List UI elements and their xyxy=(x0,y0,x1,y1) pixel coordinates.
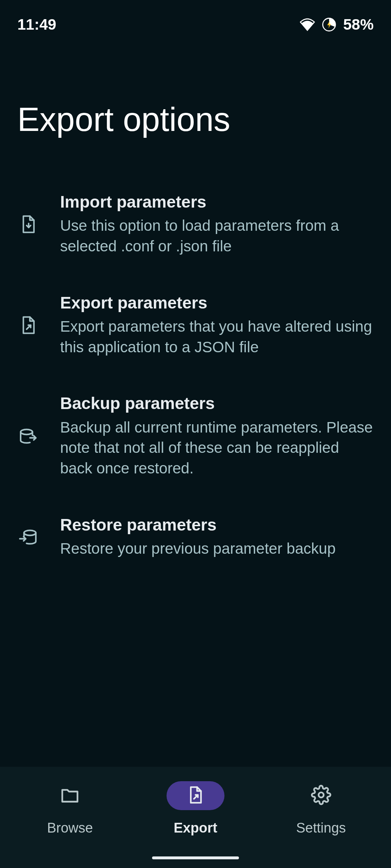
wifi-icon xyxy=(300,17,315,32)
option-export-parameters[interactable]: Export parameters Export parameters that… xyxy=(0,275,391,376)
battery-charging-icon xyxy=(321,17,337,32)
option-desc: Use this option to load parameters from … xyxy=(60,216,374,256)
nav-icon-wrap xyxy=(292,781,350,810)
gear-icon xyxy=(311,785,331,807)
option-title: Restore parameters xyxy=(60,515,336,535)
database-import-icon xyxy=(17,527,39,547)
option-title: Import parameters xyxy=(60,192,374,212)
svg-point-3 xyxy=(319,792,324,797)
options-list: Import parameters Use this option to loa… xyxy=(0,174,391,577)
file-export-icon xyxy=(17,315,39,335)
nav-label: Settings xyxy=(296,820,346,836)
option-desc: Restore your previous parameter backup xyxy=(60,539,336,559)
status-time: 11:49 xyxy=(17,16,56,33)
nav-icon-wrap xyxy=(167,781,224,810)
nav-settings[interactable]: Settings xyxy=(258,781,384,836)
option-restore-parameters[interactable]: Restore parameters Restore your previous… xyxy=(0,497,391,577)
page-title: Export options xyxy=(0,36,391,174)
option-text: Restore parameters Restore your previous… xyxy=(60,515,336,559)
file-import-icon xyxy=(17,214,39,234)
bottom-nav: Browse Export Settings xyxy=(0,767,391,868)
option-desc: Backup all current runtime parameters. P… xyxy=(60,417,374,479)
file-export-icon xyxy=(186,786,205,806)
status-bar: 11:49 58% xyxy=(0,0,391,36)
option-desc: Export parameters that you have altered … xyxy=(60,316,374,357)
status-icons: 58% xyxy=(300,16,374,33)
battery-percentage: 58% xyxy=(343,16,374,33)
nav-icon-wrap xyxy=(41,781,99,810)
nav-label: Export xyxy=(174,820,217,836)
folder-icon xyxy=(60,785,80,807)
svg-point-2 xyxy=(24,530,36,535)
option-text: Export parameters Export parameters that… xyxy=(60,293,374,358)
database-export-icon xyxy=(17,426,39,446)
nav-browse[interactable]: Browse xyxy=(7,781,133,836)
option-title: Backup parameters xyxy=(60,393,374,413)
svg-point-1 xyxy=(21,429,33,434)
option-import-parameters[interactable]: Import parameters Use this option to loa… xyxy=(0,174,391,275)
option-text: Import parameters Use this option to loa… xyxy=(60,192,374,257)
nav-handle[interactable] xyxy=(152,856,239,859)
nav-label: Browse xyxy=(47,820,93,836)
option-text: Backup parameters Backup all current run… xyxy=(60,393,374,478)
option-backup-parameters[interactable]: Backup parameters Backup all current run… xyxy=(0,375,391,497)
nav-export[interactable]: Export xyxy=(133,781,258,836)
option-title: Export parameters xyxy=(60,293,374,313)
